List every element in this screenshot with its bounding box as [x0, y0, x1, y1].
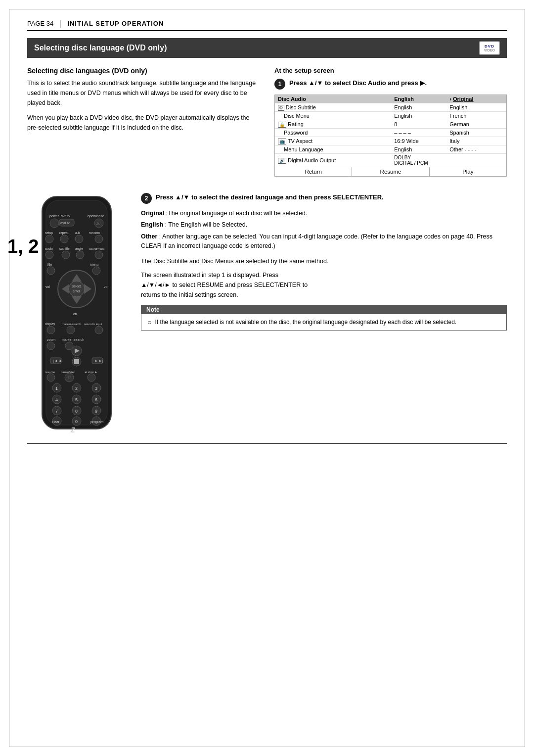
- svg-point-42: [47, 326, 55, 334]
- svg-text:9: 9: [95, 409, 97, 414]
- step1-row: 1 Press ▲/▼ to select Disc Audio and pre…: [274, 78, 507, 90]
- menu-row-menu-language: Menu Language English Other - - - -: [275, 145, 506, 154]
- svg-text:Z: Z: [70, 426, 75, 434]
- remote-container: 1, 2 power dvd tv dvd tv open/close △: [32, 192, 121, 436]
- svg-point-21: [62, 251, 70, 259]
- def-original: Original :The original language of each …: [141, 209, 507, 218]
- svg-text:7: 7: [55, 409, 58, 414]
- step2-badge: 2: [141, 193, 152, 204]
- two-col-top: Selecting disc languages (DVD only) This…: [27, 67, 507, 184]
- svg-point-35: [69, 281, 85, 297]
- def-other: Other : Another language can be selected…: [141, 232, 507, 251]
- svg-point-23: [76, 251, 84, 259]
- note-body: ○ If the language selected is not availa…: [141, 314, 506, 330]
- header-separator: │: [58, 20, 62, 27]
- note-header: Note: [141, 305, 506, 314]
- menu-footer-resume: Resume: [352, 167, 429, 176]
- svg-text:2: 2: [75, 386, 78, 391]
- remote-svg: power dvd tv dvd tv open/close △ setup r…: [32, 192, 121, 435]
- note-text-1: If the language selected is not availabl…: [155, 318, 456, 327]
- svg-text:1: 1: [55, 386, 58, 391]
- svg-text:6: 6: [95, 397, 97, 402]
- svg-text:menu: menu: [90, 263, 99, 266]
- svg-text:angle: angle: [75, 247, 83, 251]
- svg-text:4: 4: [55, 397, 58, 402]
- svg-text:◄ slow ►: ◄ slow ►: [84, 371, 97, 374]
- page-number: PAGE 34: [27, 20, 53, 27]
- left-para1: This is to select the audio soundtrack l…: [27, 78, 260, 108]
- svg-text:vol: vol: [104, 285, 108, 288]
- lower-area: 1, 2 power dvd tv dvd tv open/close △: [27, 192, 507, 436]
- svg-text:sound/mute: sound/mute: [89, 247, 105, 250]
- menu-table: Disc Audio English › Original © Disc Sub…: [275, 95, 506, 167]
- page-header: PAGE 34 │ INITIAL SETUP OPERATION: [27, 20, 507, 31]
- menu-row-rating: 🔒 Rating 8 German: [275, 120, 506, 129]
- svg-text:►►|: ►►|: [94, 359, 103, 363]
- svg-text:setup: setup: [45, 231, 53, 235]
- svg-point-11: [45, 235, 53, 243]
- menu-row-digital-audio: 🔊 Digital Audio Output DOLBYDIGITAL / PC…: [275, 154, 506, 167]
- step2-text: Press ▲/▼ to select the desired language…: [156, 192, 384, 202]
- svg-point-65: [88, 374, 95, 381]
- menu-table-wrap: Disc Audio English › Original © Disc Sub…: [274, 94, 507, 177]
- body-text1: The Disc Subtitle and Disc Menus are sel…: [141, 256, 507, 266]
- step1-text: Press ▲/▼ to select Disc Audio and press…: [289, 78, 427, 88]
- def-english: English : The English will be Selected.: [141, 220, 507, 230]
- menu-row-disc-audio: Disc Audio English › Original: [275, 95, 506, 103]
- setup-screen-label: At the setup screen: [274, 67, 507, 74]
- svg-point-48: [47, 342, 55, 350]
- svg-text:repeat: repeat: [59, 231, 69, 235]
- svg-text:ch: ch: [73, 312, 77, 316]
- remote-area: 1, 2 power dvd tv dvd tv open/close △: [27, 192, 126, 436]
- label-12: 1, 2: [7, 237, 39, 256]
- svg-text:marker-search: marker-search: [62, 338, 84, 341]
- body-text2: The screen illustrated in step 1 is disp…: [141, 270, 507, 300]
- note-item-1: ○ If the language selected is not availa…: [147, 318, 500, 327]
- svg-text:subtitle: subtitle: [59, 247, 70, 250]
- svg-point-15: [75, 235, 83, 243]
- svg-text:8: 8: [75, 409, 78, 414]
- svg-text:title: title: [47, 263, 52, 266]
- menu-row-password: Password – – – – Spanish: [275, 129, 506, 137]
- page-section-title: INITIAL SETUP OPERATION: [67, 20, 164, 27]
- right-content: 2 Press ▲/▼ to select the desired langua…: [141, 192, 507, 436]
- dvd-logo: DVD VIDEO: [479, 41, 500, 55]
- bottom-separator: [27, 443, 507, 444]
- svg-text:clear: clear: [52, 420, 60, 424]
- svg-point-19: [45, 251, 53, 259]
- svg-text:open/close: open/close: [88, 214, 104, 218]
- svg-text:program: program: [90, 420, 103, 424]
- menu-footer: Return Resume Play: [275, 167, 506, 176]
- svg-point-44: [67, 326, 75, 334]
- menu-row-tv-aspect: 📺 TV Aspect 16:9 Wide Italy: [275, 137, 506, 145]
- svg-point-13: [60, 235, 68, 243]
- svg-point-27: [47, 267, 55, 275]
- step2-row: 2 Press ▲/▼ to select the desired langua…: [141, 192, 507, 204]
- svg-text:zoom: zoom: [47, 338, 55, 341]
- svg-text:audio: audio: [45, 247, 53, 250]
- svg-text:a-b: a-b: [75, 231, 80, 235]
- svg-text:⏸: ⏸: [67, 375, 72, 380]
- menu-row-disc-subtitle: © Disc Subtitle English English: [275, 103, 506, 112]
- svg-text:select: select: [72, 284, 81, 288]
- svg-text:return/tv input: return/tv input: [84, 323, 102, 326]
- note-box: Note ○ If the language selected is not a…: [141, 305, 507, 331]
- svg-text:power: power: [49, 214, 59, 218]
- svg-text:random: random: [89, 231, 100, 235]
- svg-point-25: [95, 251, 103, 259]
- svg-text:dvd tv: dvd tv: [60, 221, 70, 225]
- svg-text:resume: resume: [45, 371, 55, 374]
- menu-footer-play: Play: [430, 167, 506, 176]
- svg-text:5: 5: [75, 397, 78, 402]
- svg-text:3: 3: [95, 386, 97, 391]
- svg-point-3: [50, 219, 59, 228]
- section-title-bar: Selecting disc language (DVD only) DVD V…: [27, 38, 507, 58]
- left-subtitle: Selecting disc languages (DVD only): [27, 67, 260, 75]
- left-para2: When you play back a DVD video disc, the…: [27, 113, 260, 133]
- section-title-text: Selecting disc language (DVD only): [34, 44, 167, 52]
- menu-row-disc-menu: Disc Menu English French: [275, 112, 506, 120]
- svg-point-29: [92, 267, 100, 275]
- svg-text:enter: enter: [73, 289, 81, 293]
- svg-point-17: [95, 235, 103, 243]
- svg-text:0: 0: [75, 419, 78, 424]
